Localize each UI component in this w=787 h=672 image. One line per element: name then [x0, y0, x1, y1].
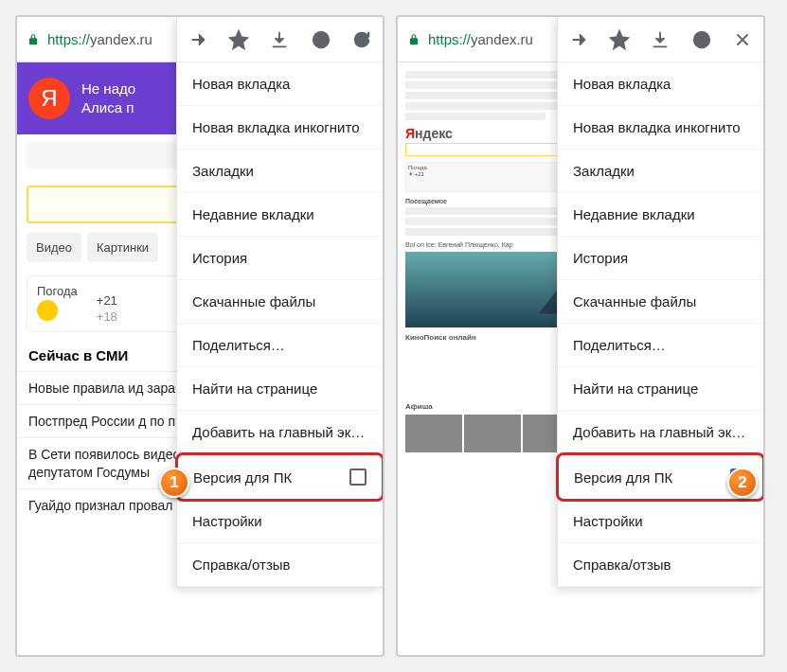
temp-hi: +21: [97, 293, 117, 308]
tab-images[interactable]: Картинки: [87, 233, 158, 262]
afisha-thumb[interactable]: [464, 415, 521, 452]
menu-share[interactable]: Поделиться…: [177, 324, 383, 367]
menu-find[interactable]: Найти на странице: [558, 367, 763, 411]
step-badge-1: 1: [159, 468, 189, 498]
menu-desktop-site[interactable]: Версия для ПК: [175, 452, 385, 502]
menu-share[interactable]: Поделиться…: [558, 324, 763, 367]
browser-menu: Новая вкладка Новая вкладка инкогнито За…: [176, 17, 383, 588]
afisha-thumb[interactable]: [405, 415, 462, 452]
menu-history[interactable]: История: [558, 237, 763, 280]
menu-recent-tabs[interactable]: Недавние вкладки: [177, 193, 383, 237]
menu-help[interactable]: Справка/отзыв: [177, 543, 383, 587]
menu-add-home[interactable]: Добавить на главный эк…: [558, 411, 763, 454]
lock-icon: [407, 33, 420, 46]
star-icon[interactable]: [609, 29, 630, 50]
url-text: https://yandex.ru: [47, 31, 152, 47]
menu-add-home[interactable]: Добавить на главный эк…: [177, 411, 383, 454]
menu-recent-tabs[interactable]: Недавние вкладки: [558, 193, 763, 237]
menu-incognito[interactable]: Новая вкладка инкогнито: [558, 106, 763, 150]
blurred-row: [405, 113, 546, 120]
menu-toolbar: [558, 17, 763, 62]
menu-incognito[interactable]: Новая вкладка инкогнито: [177, 106, 383, 150]
menu-new-tab[interactable]: Новая вкладка: [177, 62, 383, 106]
menu-desktop-label: Версия для ПК: [574, 469, 672, 486]
forward-icon[interactable]: [568, 29, 589, 50]
download-icon[interactable]: [650, 29, 671, 50]
phone-right: https://yandex.ru Яндекс Погода☀ +21 Про…: [396, 15, 765, 657]
menu-settings[interactable]: Настройки: [558, 500, 763, 543]
reload-icon[interactable]: [351, 29, 372, 50]
info-icon[interactable]: [691, 29, 712, 50]
phone-left: https://yandex.ru Я Не надо Алиса п Виде…: [15, 15, 385, 657]
star-icon[interactable]: [228, 29, 249, 50]
menu-downloads[interactable]: Скачанные файлы: [177, 280, 383, 324]
menu-find[interactable]: Найти на странице: [177, 367, 383, 411]
menu-bookmarks[interactable]: Закладки: [558, 150, 763, 193]
step-badge-2: 2: [727, 468, 758, 498]
menu-help[interactable]: Справка/отзыв: [558, 543, 763, 587]
lock-icon: [27, 33, 40, 46]
menu-settings[interactable]: Настройки: [177, 500, 383, 543]
menu-history[interactable]: История: [177, 237, 383, 280]
menu-downloads[interactable]: Скачанные файлы: [558, 280, 763, 324]
close-icon[interactable]: [732, 29, 753, 50]
weather-widget[interactable]: Погода☀ +21: [405, 162, 579, 192]
info-icon[interactable]: [311, 29, 331, 50]
weather-label: Погода: [37, 284, 78, 298]
tab-video[interactable]: Видео: [27, 233, 81, 262]
sun-icon: [37, 300, 58, 321]
yandex-logo-icon: Я: [28, 78, 70, 119]
menu-desktop-label: Версия для ПК: [193, 469, 292, 486]
menu-new-tab[interactable]: Новая вкладка: [558, 62, 763, 106]
desktop-checkbox-unchecked[interactable]: [349, 469, 367, 486]
temp-lo: +18: [97, 309, 117, 324]
menu-toolbar: [177, 17, 383, 62]
banner-text: Не надо Алиса п: [81, 80, 135, 118]
download-icon[interactable]: [269, 29, 290, 50]
forward-icon[interactable]: [188, 29, 208, 50]
url-text: https://yandex.ru: [428, 31, 533, 47]
browser-menu: Новая вкладка Новая вкладка инкогнито За…: [557, 17, 763, 588]
menu-bookmarks[interactable]: Закладки: [177, 150, 383, 193]
